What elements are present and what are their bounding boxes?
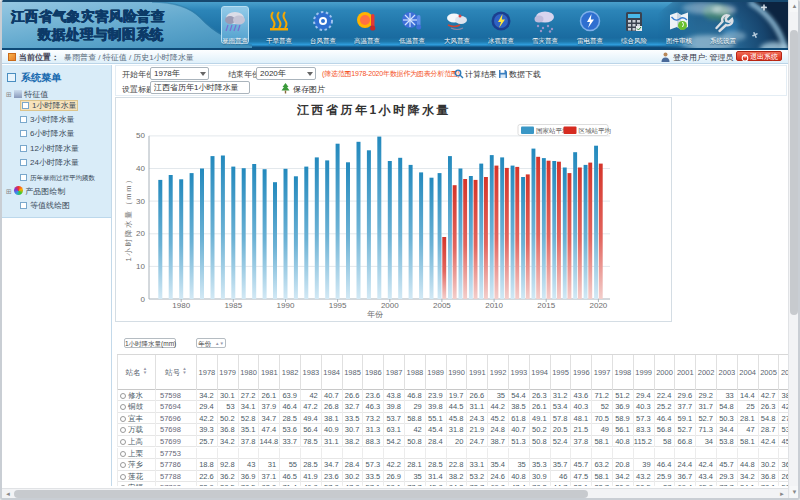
svg-text:10: 10 <box>136 262 145 271</box>
svg-text:区域站平均: 区域站平均 <box>579 127 612 135</box>
svg-text:1995: 1995 <box>329 301 347 310</box>
svg-text:江西省历年1小时降水量: 江西省历年1小时降水量 <box>296 103 451 117</box>
svg-text:年份: 年份 <box>367 310 383 319</box>
svg-text:1985: 1985 <box>224 301 242 310</box>
svg-text:0: 0 <box>141 295 146 304</box>
svg-text:2015: 2015 <box>537 301 555 310</box>
svg-text:2020: 2020 <box>590 301 608 310</box>
svg-text:20: 20 <box>136 229 145 238</box>
svg-text:2010: 2010 <box>485 301 503 310</box>
svg-text:2005: 2005 <box>433 301 451 310</box>
svg-text:2000: 2000 <box>381 301 399 310</box>
svg-text:30: 30 <box>136 197 145 206</box>
svg-text:1990: 1990 <box>277 301 295 310</box>
svg-text:1小时降水量（mm）: 1小时降水量（mm） <box>124 174 133 261</box>
svg-text:40: 40 <box>136 164 145 173</box>
svg-text:50: 50 <box>136 131 145 140</box>
svg-text:1980: 1980 <box>172 301 190 310</box>
